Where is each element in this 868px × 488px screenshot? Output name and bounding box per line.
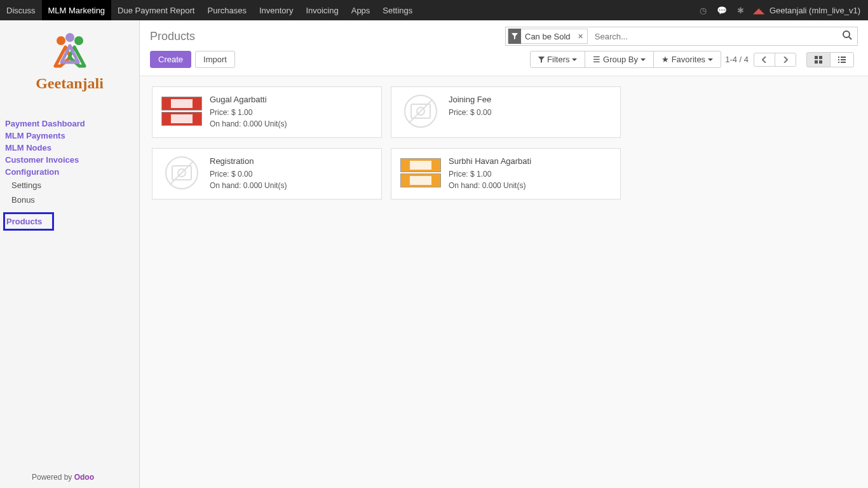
- list-view-icon: [838, 56, 846, 64]
- groupby-label: Group By: [603, 55, 638, 64]
- nav-apps[interactable]: Apps: [345, 0, 377, 20]
- product-card[interactable]: Joining Fee Price: $ 0.00: [391, 86, 621, 138]
- sidebar-item-configuration[interactable]: Configuration: [5, 166, 134, 178]
- svg-rect-7: [815, 60, 818, 64]
- create-button[interactable]: Create: [150, 51, 191, 68]
- brand-logo-icon: [41, 33, 98, 72]
- product-onhand: On hand: 0.000 Unit(s): [210, 180, 372, 191]
- svg-rect-12: [841, 59, 846, 60]
- sidebar-logo[interactable]: Geetanjali: [0, 33, 139, 92]
- sidebar-item-products[interactable]: Products: [3, 212, 54, 231]
- nav-inventory[interactable]: Inventory: [253, 0, 299, 20]
- search-facet: Can be Sold ×: [508, 29, 588, 44]
- kanban-icon: [815, 56, 822, 64]
- svg-rect-6: [819, 56, 822, 59]
- svg-rect-13: [838, 62, 839, 63]
- svg-point-2: [74, 36, 83, 45]
- user-name: Geetanjali (mlm_live_v1): [770, 6, 860, 15]
- product-name: Surbhi Havan Agarbati: [449, 156, 611, 166]
- sidebar-item-payment-dashboard[interactable]: Payment Dashboard: [5, 118, 134, 130]
- pager-prev-button[interactable]: [754, 53, 775, 67]
- nav-discuss[interactable]: Discuss: [0, 0, 42, 20]
- sidebar-menu: Payment Dashboard MLM Payments MLM Nodes…: [0, 118, 139, 231]
- svg-line-4: [849, 37, 851, 39]
- svg-rect-14: [841, 62, 846, 63]
- star-icon: ★: [661, 55, 669, 64]
- product-price: Price: $ 0.00: [210, 168, 372, 180]
- groupby-dropdown[interactable]: ☰ Group By: [585, 51, 654, 68]
- product-price: Price: $ 0.00: [449, 107, 611, 118]
- svg-point-1: [65, 33, 74, 42]
- powered-by-text: Powered by: [32, 473, 74, 482]
- powered-by-odoo-link[interactable]: Odoo: [74, 473, 94, 482]
- list-icon: ☰: [593, 55, 600, 64]
- no-image-icon: [165, 156, 198, 189]
- kanban-view-button[interactable]: [806, 52, 831, 67]
- nav-invoicing[interactable]: Invoicing: [299, 0, 344, 20]
- messages-icon[interactable]: 💬: [712, 6, 732, 15]
- pager-next-button[interactable]: [775, 53, 796, 67]
- product-onhand: On hand: 0.000 Unit(s): [210, 118, 372, 130]
- filters-dropdown[interactable]: Filters: [530, 51, 585, 68]
- user-logo-icon: ◢◣: [753, 6, 767, 15]
- search-icon[interactable]: [837, 30, 857, 43]
- sidebar: Geetanjali Payment Dashboard MLM Payment…: [0, 20, 140, 488]
- search-facet-label: Can be Sold: [521, 32, 574, 41]
- product-onhand: On hand: 0.000 Unit(s): [449, 180, 611, 191]
- product-name: Registration: [210, 156, 372, 166]
- control-panel: Products Can be Sold ×: [140, 20, 868, 76]
- funnel-icon: [538, 57, 545, 63]
- sidebar-item-settings[interactable]: Settings: [5, 178, 134, 193]
- brand-name: Geetanjali: [0, 75, 139, 92]
- sidebar-item-mlm-payments[interactable]: MLM Payments: [5, 130, 134, 142]
- top-navbar: Discuss MLM Marketing Due Payment Report…: [0, 0, 868, 20]
- debug-icon[interactable]: ✱: [732, 6, 749, 15]
- user-menu[interactable]: ◢◣ Geetanjali (mlm_live_v1): [749, 6, 868, 15]
- product-name: Joining Fee: [449, 95, 611, 104]
- svg-point-3: [843, 31, 850, 37]
- activity-icon[interactable]: ◷: [695, 6, 712, 15]
- search-box[interactable]: Can be Sold ×: [505, 27, 858, 46]
- product-name: Gugal Agarbatti: [210, 95, 372, 104]
- page-title: Products: [150, 30, 195, 43]
- filters-label: Filters: [547, 55, 569, 64]
- svg-rect-8: [819, 60, 822, 64]
- sidebar-footer: Powered by Odoo: [0, 466, 139, 488]
- nav-due-payment-report[interactable]: Due Payment Report: [111, 0, 201, 20]
- product-image: [400, 95, 441, 128]
- svg-rect-10: [841, 57, 846, 58]
- svg-rect-5: [815, 56, 818, 59]
- list-view-button[interactable]: [830, 52, 854, 67]
- product-image: [400, 156, 441, 189]
- product-card[interactable]: Registration Price: $ 0.00 On hand: 0.00…: [152, 148, 382, 200]
- kanban-view: Gugal Agarbatti Price: $ 1.00 On hand: 0…: [140, 76, 868, 488]
- nav-purchases[interactable]: Purchases: [201, 0, 253, 20]
- nav-mlm-marketing[interactable]: MLM Marketing: [42, 0, 112, 20]
- svg-rect-9: [838, 57, 839, 58]
- chevron-left-icon: [762, 57, 767, 63]
- product-card[interactable]: Gugal Agarbatti Price: $ 1.00 On hand: 0…: [152, 86, 382, 138]
- sidebar-item-bonus[interactable]: Bonus: [5, 193, 134, 207]
- search-facet-remove[interactable]: ×: [574, 31, 587, 41]
- product-price: Price: $ 1.00: [210, 107, 372, 118]
- chevron-right-icon: [783, 57, 788, 63]
- nav-settings[interactable]: Settings: [376, 0, 419, 20]
- favorites-dropdown[interactable]: ★ Favorites: [653, 51, 721, 68]
- pager: 1-4 / 4: [725, 53, 800, 67]
- sidebar-item-mlm-nodes[interactable]: MLM Nodes: [5, 142, 134, 154]
- svg-rect-11: [838, 59, 839, 60]
- pager-counter[interactable]: 1-4 / 4: [725, 55, 749, 64]
- search-input[interactable]: [590, 28, 837, 44]
- product-image: [161, 95, 202, 128]
- import-button[interactable]: Import: [195, 51, 235, 68]
- main-content: Products Can be Sold ×: [140, 20, 868, 488]
- no-image-icon: [404, 95, 437, 128]
- product-price: Price: $ 1.00: [449, 168, 611, 180]
- sidebar-item-customer-invoices[interactable]: Customer Invoices: [5, 154, 134, 166]
- svg-point-0: [57, 36, 65, 45]
- filter-icon: [508, 29, 521, 44]
- favorites-label: Favorites: [672, 55, 705, 64]
- product-card[interactable]: Surbhi Havan Agarbati Price: $ 1.00 On h…: [391, 148, 621, 200]
- product-image: [161, 156, 202, 189]
